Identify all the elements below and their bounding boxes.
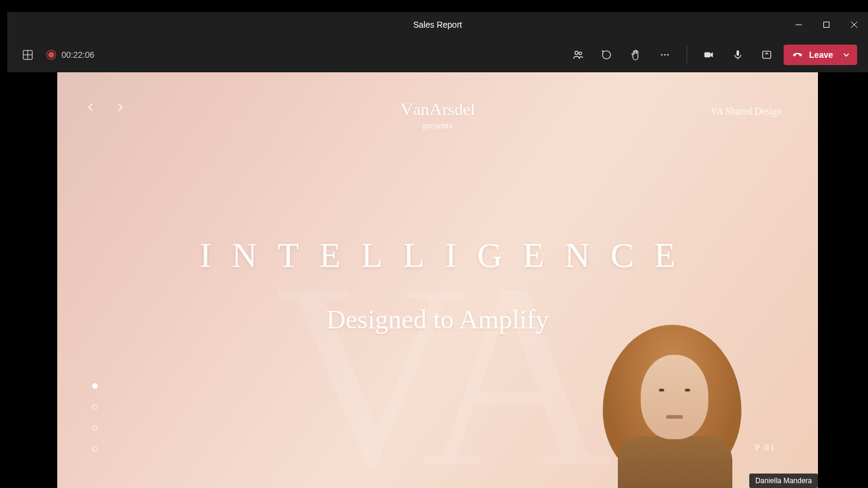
next-slide-button[interactable] — [114, 101, 126, 113]
close-button[interactable] — [840, 12, 868, 37]
svg-point-8 — [579, 52, 582, 54]
minimize-button[interactable] — [785, 12, 813, 37]
brand-logo: VanArsdel — [400, 99, 475, 119]
presenter-video — [576, 304, 775, 488]
microphone-button[interactable] — [726, 43, 750, 67]
meeting-window: Sales Report 00:22:06 — [7, 12, 868, 488]
meeting-toolbar: 00:22:06 — [7, 37, 868, 72]
progress-dot[interactable] — [92, 383, 98, 389]
slide-top-right-label: VA Shared Design — [711, 106, 782, 117]
brand-block: VanArsdel presents — [400, 99, 475, 131]
leave-button[interactable]: Leave — [784, 45, 857, 65]
meeting-stage: VA VanArsdel presents VA Shared Design I… — [7, 72, 868, 488]
people-button[interactable] — [566, 43, 590, 67]
window-title: Sales Report — [414, 20, 462, 30]
svg-rect-1 — [824, 22, 829, 28]
camera-button[interactable] — [697, 43, 721, 67]
presenter-name-tag: Daniella Mandera — [749, 474, 818, 488]
svg-rect-12 — [705, 52, 711, 57]
maximize-button[interactable] — [813, 12, 840, 37]
svg-point-11 — [667, 54, 669, 56]
more-actions-button[interactable] — [653, 43, 677, 67]
svg-point-10 — [664, 54, 666, 56]
titlebar: Sales Report — [7, 12, 868, 37]
window-controls — [785, 12, 868, 37]
share-button[interactable] — [755, 43, 779, 67]
layout-grid-button[interactable] — [18, 45, 37, 64]
svg-rect-13 — [737, 51, 739, 56]
record-icon — [47, 51, 55, 59]
hero-title: INTELLIGENCE — [57, 235, 818, 275]
toolbar-divider — [687, 46, 687, 63]
call-timer: 00:22:06 — [61, 50, 95, 60]
hangup-icon — [792, 49, 803, 60]
chevron-down-icon — [843, 51, 850, 58]
svg-point-7 — [575, 51, 578, 54]
shared-slide: VA VanArsdel presents VA Shared Design I… — [57, 72, 818, 488]
recording-indicator: 00:22:06 — [47, 50, 95, 60]
svg-point-9 — [661, 54, 663, 56]
progress-dot[interactable] — [92, 404, 98, 410]
brand-subtext: presents — [400, 120, 475, 131]
prev-slide-button[interactable] — [85, 101, 97, 113]
progress-dot[interactable] — [92, 425, 98, 431]
leave-label: Leave — [809, 50, 833, 60]
slide-progress-dots — [92, 383, 98, 452]
raise-hand-button[interactable] — [624, 43, 648, 67]
slide-nav — [85, 101, 126, 113]
progress-dot[interactable] — [92, 446, 98, 452]
chat-button[interactable] — [595, 43, 619, 67]
